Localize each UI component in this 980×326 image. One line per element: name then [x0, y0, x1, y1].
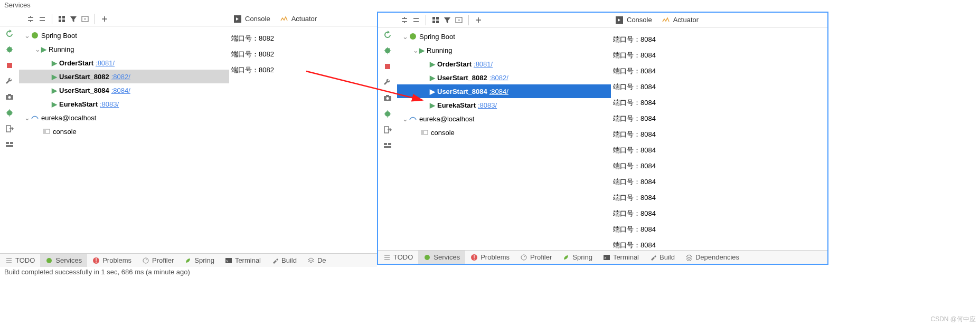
tree-label: console: [53, 128, 77, 136]
exit-icon[interactable]: [382, 124, 393, 135]
profiler-icon: [142, 257, 149, 264]
tree-item-orderstart[interactable]: ▶ OrderStart :8081/: [19, 56, 229, 70]
tree-label: console: [431, 129, 455, 137]
grid-icon[interactable]: [431, 16, 440, 24]
tab-services[interactable]: Services: [418, 251, 465, 264]
right-vertical-toolbar: [378, 27, 397, 252]
tab-label: Console: [627, 16, 652, 24]
tab-problems[interactable]: !Problems: [465, 251, 515, 264]
eureka-icon: [31, 113, 39, 122]
run-port[interactable]: :8084/: [489, 88, 508, 95]
camera-icon[interactable]: [4, 92, 15, 102]
tree-console[interactable]: console: [19, 124, 229, 138]
stop-icon[interactable]: [382, 61, 393, 72]
tab-services[interactable]: Services: [40, 254, 87, 267]
run-port[interactable]: :8083/: [478, 101, 497, 109]
run-debug-icon[interactable]: [382, 45, 393, 56]
run-port[interactable]: :8082/: [111, 73, 130, 81]
bug-settings-icon[interactable]: [4, 108, 15, 118]
console-output-left[interactable]: 端口号：8082 端口号：8082 端口号：8082: [229, 26, 377, 253]
svg-point-5: [7, 47, 12, 52]
filter-icon[interactable]: [69, 15, 78, 23]
rerun-icon[interactable]: [4, 28, 15, 39]
camera-icon[interactable]: [382, 93, 393, 103]
collapse-all-icon[interactable]: [412, 16, 420, 24]
tab-profiler[interactable]: Profiler: [137, 254, 179, 267]
tab-actuator[interactable]: Actuator: [662, 16, 699, 24]
layout-icon[interactable]: [382, 140, 393, 151]
add-icon[interactable]: [474, 16, 483, 24]
tree-item-eurekastart[interactable]: ▶ EurekaStart :8083/: [397, 98, 611, 112]
tab-build[interactable]: Build: [644, 251, 680, 264]
tree-item-userstart8082[interactable]: ▶ UserStart_8082 :8082/: [19, 70, 229, 83]
wrench-icon[interactable]: [382, 77, 393, 88]
exit-icon[interactable]: [4, 123, 15, 134]
tab-dependencies[interactable]: Dependencies: [680, 251, 745, 264]
hide-icon[interactable]: [455, 16, 463, 24]
run-port[interactable]: :8081/: [474, 60, 493, 68]
stop-icon[interactable]: [4, 60, 15, 71]
tree-console[interactable]: console: [397, 126, 611, 139]
tab-todo[interactable]: TODO: [0, 254, 40, 267]
tab-terminal[interactable]: Terminal: [220, 254, 266, 267]
run-port[interactable]: :8081/: [96, 59, 115, 67]
run-port[interactable]: :8083/: [100, 100, 119, 108]
rerun-icon[interactable]: [382, 30, 393, 40]
tree-item-userstart8084[interactable]: ▶ UserStart_8084 :8084/: [397, 84, 611, 98]
tab-profiler[interactable]: Profiler: [515, 251, 557, 264]
tab-spring[interactable]: Spring: [179, 254, 220, 267]
tab-label: Spring: [572, 253, 592, 261]
tree-eureka[interactable]: ⌄ eureka@localhost: [397, 112, 611, 126]
expand-all-icon[interactable]: [26, 15, 35, 23]
tab-spring[interactable]: Spring: [557, 251, 598, 264]
run-name: UserStart_8082: [437, 74, 487, 82]
run-port[interactable]: :8084/: [111, 87, 130, 94]
stack-icon: [307, 257, 315, 264]
grid-icon[interactable]: [58, 15, 66, 23]
tree-item-orderstart[interactable]: ▶ OrderStart :8081/: [397, 57, 611, 71]
tab-build[interactable]: Build: [266, 254, 302, 267]
tree-item-eurekastart[interactable]: ▶ EurekaStart :8083/: [19, 97, 229, 111]
tab-problems[interactable]: !Problems: [87, 254, 137, 267]
terminal-icon: [603, 254, 610, 261]
tree-item-userstart8082[interactable]: ▶ UserStart_8082 :8082/: [397, 71, 611, 84]
tab-todo[interactable]: TODO: [378, 251, 418, 264]
tree-springboot[interactable]: ⌄ Spring Boot: [397, 30, 611, 43]
run-port[interactable]: :8082/: [489, 74, 508, 82]
play-icon: ▶: [430, 88, 435, 95]
tab-console[interactable]: Console: [233, 15, 270, 23]
tab-console[interactable]: Console: [615, 16, 652, 24]
svg-rect-6: [7, 63, 12, 68]
bottom-tabs-left: TODO Services !Problems Profiler Spring …: [0, 253, 377, 267]
tab-actuator[interactable]: Actuator: [280, 15, 317, 23]
tree-eureka[interactable]: ⌄ eureka@localhost: [19, 111, 229, 124]
svg-rect-42: [604, 255, 610, 260]
console-line: 端口号：8084: [613, 222, 825, 237]
tree-running[interactable]: ⌄ ▶ Running: [397, 43, 611, 57]
svg-rect-25: [385, 64, 390, 69]
console-run-icon: [615, 16, 624, 24]
tab-label: Profiler: [530, 253, 552, 261]
services-tree-right[interactable]: ⌄ Spring Boot ⌄ ▶ Running ▶ OrderStart :…: [397, 27, 611, 252]
collapse-all-icon[interactable]: [38, 15, 46, 23]
svg-rect-19: [432, 17, 435, 20]
tab-dependencies-short[interactable]: De: [302, 254, 332, 267]
bug-settings-icon[interactable]: [382, 109, 393, 119]
hide-icon[interactable]: [81, 15, 89, 23]
tree-item-userstart8084[interactable]: ▶ UserStart_8084 :8084/: [19, 83, 229, 97]
wrench-icon[interactable]: [4, 76, 15, 87]
filter-icon[interactable]: [443, 16, 451, 24]
eureka-icon: [409, 114, 417, 123]
layout-icon[interactable]: [4, 139, 15, 150]
services-tree-left[interactable]: ⌄ Spring Boot ⌄ ▶ Running ▶ OrderStart :…: [19, 26, 229, 253]
play-icon: ▶: [52, 73, 57, 81]
hammer-icon: [271, 257, 279, 264]
run-debug-icon[interactable]: [4, 44, 15, 55]
tree-running[interactable]: ⌄ ▶ Running: [19, 42, 229, 56]
actuator-icon: [662, 16, 670, 24]
expand-all-icon[interactable]: [400, 16, 409, 24]
console-output-right[interactable]: 端口号：8084 端口号：8084 端口号：8084 端口号：8084 端口号：…: [611, 27, 827, 252]
tab-terminal[interactable]: Terminal: [598, 251, 644, 264]
add-icon[interactable]: [100, 15, 109, 23]
tree-springboot[interactable]: ⌄ Spring Boot: [19, 28, 229, 42]
